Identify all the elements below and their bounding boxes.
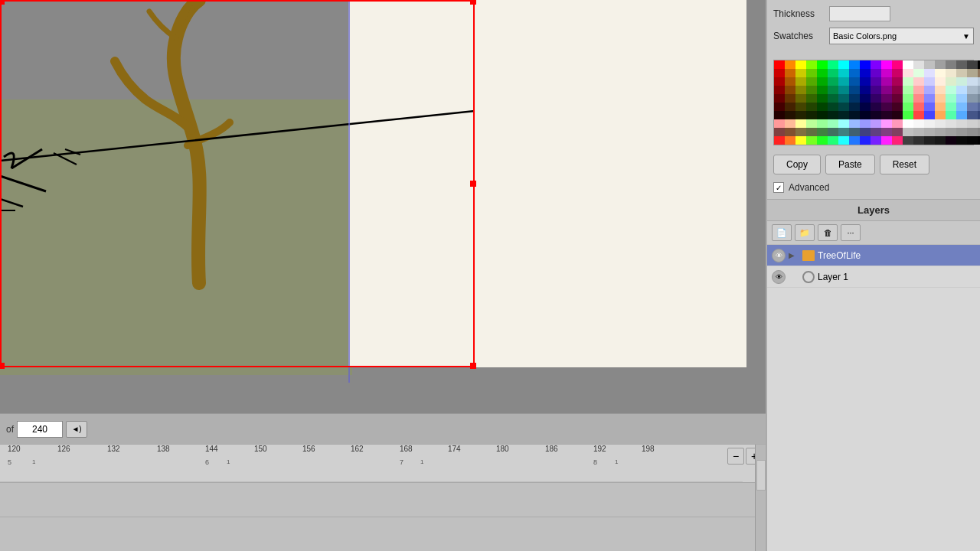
swatch-r4-2[interactable]: [785, 86, 795, 94]
swatch-r8-11[interactable]: [881, 119, 892, 128]
swatch-r8-5[interactable]: [817, 119, 828, 128]
swatch-r6-15[interactable]: [924, 103, 935, 111]
reset-button[interactable]: Reset: [880, 155, 929, 174]
swatch-r5-3[interactable]: [795, 94, 806, 103]
swatch-gray[interactable]: [946, 60, 956, 69]
layer-item-treeoflife[interactable]: 👁 ▶ TreeOfLife: [767, 245, 980, 266]
swatch-rose[interactable]: [892, 60, 903, 69]
swatch-r10-3[interactable]: [795, 136, 806, 145]
swatch-r6-12[interactable]: [892, 103, 903, 111]
timeline-vscrollbar-thumb[interactable]: [756, 460, 766, 491]
swatch-r10-19[interactable]: [967, 136, 978, 145]
swatch-r4-5[interactable]: [817, 86, 828, 94]
swatch-lightyellow[interactable]: [935, 69, 946, 77]
layer-delete-button[interactable]: 🗑: [818, 224, 838, 241]
swatch-lgray1[interactable]: [913, 60, 924, 69]
advanced-checkbox[interactable]: ✓: [773, 182, 784, 193]
swatch-r5-12[interactable]: [892, 94, 903, 103]
swatch-r10-13[interactable]: [903, 136, 913, 145]
swatch-r9-6[interactable]: [828, 128, 838, 136]
swatch-r4-13[interactable]: [903, 86, 913, 94]
swatch-r8-18[interactable]: [956, 119, 967, 128]
swatch-r7-11[interactable]: [881, 111, 892, 119]
swatch-r9-13[interactable]: [903, 128, 913, 136]
swatch-r3-9[interactable]: [860, 77, 871, 86]
swatch-r3-14[interactable]: [913, 77, 924, 86]
swatch-r10-11[interactable]: [881, 136, 892, 145]
swatch-r5-14[interactable]: [913, 94, 924, 103]
swatch-r8-13[interactable]: [903, 119, 913, 128]
swatch-r9-10[interactable]: [871, 128, 881, 136]
swatch-r3-1[interactable]: [774, 77, 785, 86]
swatch-spring[interactable]: [828, 60, 838, 69]
layer-add-button[interactable]: 📄: [772, 224, 792, 241]
swatch-r8-17[interactable]: [946, 119, 956, 128]
swatch-r5-5[interactable]: [817, 94, 828, 103]
swatch-r8-12[interactable]: [892, 119, 903, 128]
swatch-r3-18[interactable]: [956, 77, 967, 86]
timeline-vscrollbar[interactable]: [755, 445, 766, 551]
swatch-dgray1[interactable]: [956, 60, 967, 69]
swatch-r4-3[interactable]: [795, 86, 806, 94]
swatch-darklime[interactable]: [806, 69, 817, 77]
swatch-r6-18[interactable]: [956, 103, 967, 111]
copy-button[interactable]: Copy: [773, 155, 821, 174]
swatch-r9-8[interactable]: [849, 128, 860, 136]
swatch-r7-10[interactable]: [871, 111, 881, 119]
swatch-r5-4[interactable]: [806, 94, 817, 103]
swatch-r9-7[interactable]: [838, 128, 849, 136]
swatch-lgray2[interactable]: [924, 60, 935, 69]
swatch-r7-13[interactable]: [903, 111, 913, 119]
swatch-r8-6[interactable]: [828, 119, 838, 128]
swatch-r4-16[interactable]: [935, 86, 946, 94]
swatch-r5-6[interactable]: [828, 94, 838, 103]
swatch-r10-10[interactable]: [871, 136, 881, 145]
swatch-green[interactable]: [817, 60, 828, 69]
layer-eye-treeoflife[interactable]: 👁: [772, 249, 786, 262]
swatch-r10-1[interactable]: [774, 136, 785, 145]
swatch-r5-10[interactable]: [871, 94, 881, 103]
swatch-r9-1[interactable]: [774, 128, 785, 136]
swatch-r7-6[interactable]: [828, 111, 838, 119]
swatch-r4-10[interactable]: [871, 86, 881, 94]
swatch-red[interactable]: [774, 60, 785, 69]
swatch-r6-3[interactable]: [795, 103, 806, 111]
swatch-dgray2[interactable]: [967, 60, 978, 69]
swatch-darkrose[interactable]: [892, 69, 903, 77]
swatch-r3-12[interactable]: [892, 77, 903, 86]
swatch-r7-3[interactable]: [795, 111, 806, 119]
swatch-r7-2[interactable]: [785, 111, 795, 119]
swatch-lightgreen[interactable]: [913, 69, 924, 77]
swatch-r10-12[interactable]: [892, 136, 903, 145]
layer-more-button[interactable]: ···: [841, 224, 861, 241]
swatch-r7-7[interactable]: [838, 111, 849, 119]
swatch-r3-6[interactable]: [828, 77, 838, 86]
swatch-r5-11[interactable]: [881, 94, 892, 103]
swatch-r7-9[interactable]: [860, 111, 871, 119]
swatch-khaki[interactable]: [967, 69, 978, 77]
swatch-r10-15[interactable]: [924, 136, 935, 145]
swatch-r8-9[interactable]: [860, 119, 871, 128]
swatch-lgray3[interactable]: [935, 60, 946, 69]
swatch-r9-9[interactable]: [860, 128, 871, 136]
swatch-r8-16[interactable]: [935, 119, 946, 128]
swatch-r5-8[interactable]: [849, 94, 860, 103]
swatch-r4-8[interactable]: [849, 86, 860, 94]
swatch-r3-5[interactable]: [817, 77, 828, 86]
swatch-r10-18[interactable]: [956, 136, 967, 145]
thickness-input[interactable]: [829, 6, 890, 21]
swatch-r8-3[interactable]: [795, 119, 806, 128]
swatch-r7-4[interactable]: [806, 111, 817, 119]
swatch-r10-16[interactable]: [935, 136, 946, 145]
swatch-r9-5[interactable]: [817, 128, 828, 136]
swatch-r10-6[interactable]: [828, 136, 838, 145]
swatch-violet[interactable]: [871, 60, 881, 69]
swatch-r3-2[interactable]: [785, 77, 795, 86]
swatch-darkred[interactable]: [774, 69, 785, 77]
swatch-r9-11[interactable]: [881, 128, 892, 136]
swatch-r8-7[interactable]: [838, 119, 849, 128]
swatch-r9-14[interactable]: [913, 128, 924, 136]
swatch-r10-8[interactable]: [849, 136, 860, 145]
swatch-darkviolet[interactable]: [871, 69, 881, 77]
swatch-darkcyan[interactable]: [838, 69, 849, 77]
